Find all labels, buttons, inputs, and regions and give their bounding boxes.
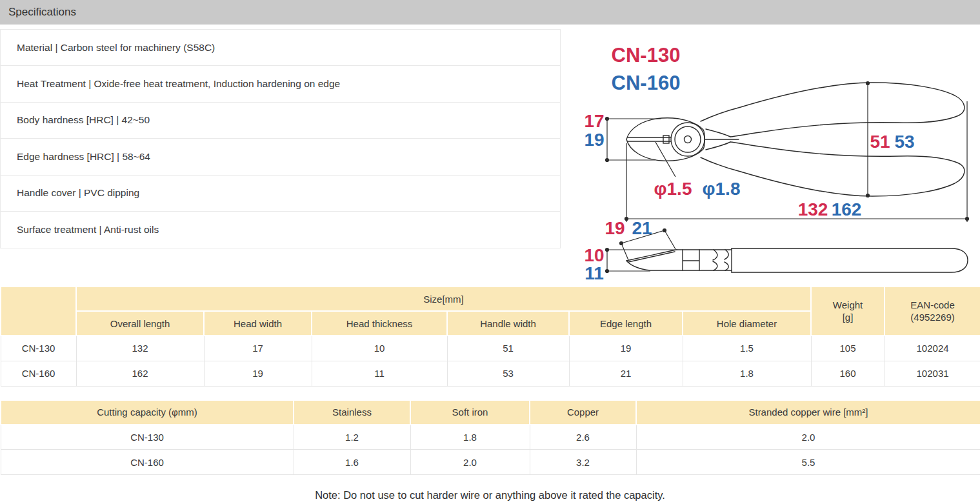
weight-header: Weight [g] xyxy=(811,287,885,336)
cell: 2.0 xyxy=(410,450,530,475)
size-row-cn160: CN-160 162 19 11 53 21 1.8 160 102031 xyxy=(1,361,980,386)
cell: 3.2 xyxy=(530,450,636,475)
spec-row-handle-cover: Handle cover | PVC dipping xyxy=(1,176,560,212)
pliers-technical-drawing: CN-130 CN-160 17 19 φ1.5 φ1.8 51 53 132 … xyxy=(568,25,980,286)
content-area: Material | Carbon steel for machinery (S… xyxy=(0,25,980,286)
dimension-dots xyxy=(605,81,969,273)
model-cell: CN-160 xyxy=(1,361,76,386)
capacity-row-cn160: CN-160 1.6 2.0 3.2 5.5 xyxy=(1,450,980,475)
ean-cell: 102031 xyxy=(885,361,980,386)
cutting-capacity-table: Cutting capacity (φmm) Stainless Soft ir… xyxy=(0,399,980,476)
size-row-cn130: CN-130 132 17 10 51 19 1.5 105 102024 xyxy=(1,336,980,361)
model-label-cn160: CN-160 xyxy=(612,72,681,94)
cell: 2.6 xyxy=(530,425,636,450)
diagram-labels: CN-130 CN-160 17 19 φ1.5 φ1.8 51 53 132 … xyxy=(584,44,914,283)
capacity-row-cn130: CN-130 1.2 1.8 2.6 2.0 xyxy=(1,425,980,450)
cell: 1.8 xyxy=(410,425,530,450)
head-thickness-red: 10 xyxy=(584,245,604,265)
ean-cell: 102024 xyxy=(885,336,980,361)
head-width-red: 17 xyxy=(584,111,604,131)
overall-length-red: 132 xyxy=(798,199,828,219)
handle-width-red: 51 xyxy=(870,132,890,152)
col-stranded-copper-wire: Stranded copper wire [mm²] xyxy=(636,400,980,425)
cell: 53 xyxy=(447,361,569,386)
overall-length-blue: 162 xyxy=(832,199,862,219)
cell: 1.8 xyxy=(683,361,811,386)
col-handle-width: Handle width xyxy=(447,311,569,336)
cell: 19 xyxy=(204,361,312,386)
size-group-header: Size[mm] xyxy=(76,287,811,311)
dimension-lines xyxy=(607,83,967,271)
col-cutting-capacity: Cutting capacity (φmm) xyxy=(1,400,294,425)
pliers-edge-view xyxy=(626,248,968,272)
model-cell: CN-130 xyxy=(1,425,294,450)
edge-length-red: 19 xyxy=(605,218,625,238)
col-copper: Copper xyxy=(530,400,636,425)
col-soft-iron: Soft iron xyxy=(410,400,530,425)
cell: 1.2 xyxy=(294,425,410,450)
spec-row-heat-treatment: Heat Treatment | Oxide-free heat treatme… xyxy=(1,66,560,102)
spec-list: Material | Carbon steel for machinery (S… xyxy=(0,29,561,248)
spec-row-material: Material | Carbon steel for machinery (S… xyxy=(1,30,560,66)
cell: 162 xyxy=(76,361,204,386)
cell: 21 xyxy=(569,361,683,386)
cell: 1.6 xyxy=(294,450,410,475)
hole-diameter-red: φ1.5 xyxy=(654,179,692,199)
size-table: Size[mm] Weight [g] EAN-code (4952269) O… xyxy=(0,286,980,387)
model-cell: CN-130 xyxy=(1,336,76,361)
cell: 10 xyxy=(312,336,447,361)
col-head-thickness: Head thickness xyxy=(312,311,447,336)
corner-header xyxy=(1,287,76,336)
col-edge-length: Edge length xyxy=(569,311,683,336)
col-overall-length: Overall length xyxy=(76,311,204,336)
spec-row-surface-treatment: Surface treatment | Anti-rust oils xyxy=(1,212,560,248)
cell: 132 xyxy=(76,336,204,361)
spec-row-body-hardness: Body hardness [HRC] | 42~50 xyxy=(1,103,560,139)
ean-header: EAN-code (4952269) xyxy=(885,287,980,336)
head-width-blue: 19 xyxy=(584,130,604,150)
col-stainless: Stainless xyxy=(294,400,410,425)
spec-row-edge-hardness: Edge hardness [HRC] | 58~64 xyxy=(1,139,560,175)
cell: 17 xyxy=(204,336,312,361)
handle-width-blue: 53 xyxy=(894,132,914,152)
page-title: Specifications xyxy=(8,6,76,19)
model-label-cn130: CN-130 xyxy=(612,44,681,66)
hole-diameter-blue: φ1.8 xyxy=(703,179,741,199)
weight-cell: 105 xyxy=(811,336,885,361)
head-thickness-blue: 11 xyxy=(585,263,604,283)
cell: 11 xyxy=(312,361,447,386)
col-hole-diameter: Hole diameter xyxy=(683,311,811,336)
cell: 2.0 xyxy=(636,425,980,450)
cell: 19 xyxy=(569,336,683,361)
cell: 1.5 xyxy=(683,336,811,361)
weight-cell: 160 xyxy=(811,361,885,386)
capacity-header-row: Cutting capacity (φmm) Stainless Soft ir… xyxy=(1,400,980,425)
cell: 51 xyxy=(447,336,569,361)
cell: 5.5 xyxy=(636,450,980,475)
section-header: Specifications xyxy=(0,0,980,25)
col-head-width: Head width xyxy=(204,311,312,336)
capacity-note: Note: Do not use to cut harder wire or a… xyxy=(0,489,980,501)
model-cell: CN-160 xyxy=(1,450,294,475)
edge-length-blue: 21 xyxy=(632,218,652,238)
